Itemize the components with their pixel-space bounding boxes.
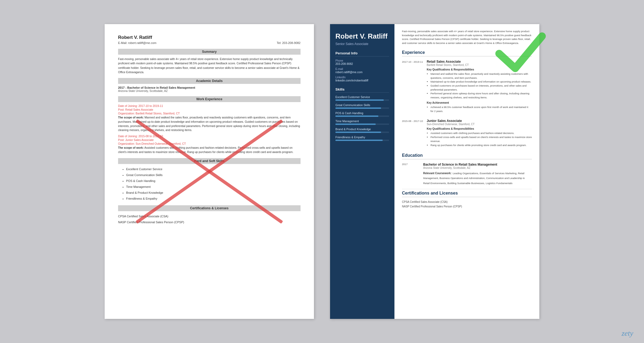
left-tel: Tel: 203-208-9082 bbox=[277, 41, 301, 44]
skill-bar-item: Great Communication Skills bbox=[335, 103, 389, 109]
right-jobs-container: 2017-10 - 2019-11 Retail Sales Associate… bbox=[402, 60, 532, 149]
skill-bar-bg bbox=[335, 132, 389, 133]
list-item: Friendliness & Empathy bbox=[126, 196, 301, 202]
left-skills-list: Excellent Customer Service Great Communi… bbox=[118, 166, 301, 202]
right-exp-bullets: Manned and walked the sales floor, proac… bbox=[427, 72, 532, 100]
right-sidebar: Robert V. Ratliff Senior Sales Associate… bbox=[330, 24, 394, 319]
right-skills-heading: Skills bbox=[335, 87, 389, 93]
list-item: Assisted customers with clothing purchas… bbox=[430, 131, 532, 135]
right-experience-heading: Experience bbox=[402, 50, 532, 57]
left-name: Robert V. Ratliff bbox=[118, 35, 301, 40]
right-exp-dates: 2017-10 - 2019-11 bbox=[402, 60, 423, 115]
list-item: Achieved a 98.5% customer feedback score… bbox=[430, 105, 532, 113]
right-exp-dates: 2015-08 - 2017-10 bbox=[402, 119, 423, 149]
right-phone-label: Phone bbox=[335, 59, 389, 62]
skill-bar-item: Friendliness & Empathy bbox=[335, 136, 389, 141]
skill-bar-bg bbox=[335, 99, 389, 101]
right-personal-info-heading: Personal Info bbox=[335, 51, 389, 57]
left-job1-org: Organization: Bartlett Retail Stores, St… bbox=[118, 112, 301, 115]
left-summary-heading: Summary bbox=[118, 49, 301, 55]
right-exp-company: Bartlett Retail Stores, Stamford, CT bbox=[427, 64, 532, 66]
right-exp-kq-heading: Key Qualifications & Responsibilities bbox=[427, 127, 532, 130]
right-name: Robert V. Ratliff bbox=[335, 32, 389, 40]
right-exp-achievement-bullets: Achieved a 98.5% customer feedback score… bbox=[427, 105, 532, 113]
left-edu-degree: 2017 - Bachelor of Science in Retail Sal… bbox=[118, 86, 301, 89]
skill-bar-item: Brand & Product Knowledge bbox=[335, 128, 389, 133]
right-exp-title: Retail Sales Associate bbox=[427, 60, 532, 64]
list-item: Rang up purchases for clients while prom… bbox=[430, 143, 532, 147]
left-certs: CPSA Certified Sales Associate (CSA) NAS… bbox=[118, 213, 301, 225]
list-item: POS & Cash Handling bbox=[126, 178, 301, 184]
skill-bar-bg bbox=[335, 124, 389, 125]
skill-bar-bg bbox=[335, 115, 389, 117]
right-skills-bars: Excellent Customer Service Great Communi… bbox=[335, 95, 389, 141]
left-cert1: CPSA Certified Sales Associate (CSA) bbox=[118, 213, 301, 219]
right-linkedin-label: LinkedIn bbox=[335, 76, 389, 79]
skill-bar-fill bbox=[335, 115, 378, 117]
right-certs-heading: Certifications and Licenses bbox=[402, 191, 532, 197]
right-exp-company: Sun-Drenched Outerwear, Stamford, CT bbox=[427, 123, 532, 126]
zety-watermark: zety bbox=[621, 329, 633, 338]
right-edu-year: 2017 bbox=[402, 163, 419, 185]
right-resume: Robert V. Ratliff Senior Sales Associate… bbox=[330, 24, 539, 319]
left-job1-date: Date of Joining: 2017-10 to 2019-11 bbox=[118, 104, 301, 107]
right-email-label: E-mail bbox=[335, 68, 389, 70]
list-item: Performed general store upkeep during st… bbox=[430, 92, 532, 99]
right-exp-content: Junior Sales Associate Sun-Drenched Oute… bbox=[427, 119, 532, 149]
left-job2-scope-text: Assisted customers with clothing purchas… bbox=[118, 146, 293, 154]
list-item: Excellent Customer Service bbox=[126, 166, 301, 172]
left-job2-scope: The scope of work: Assisted customers wi… bbox=[118, 146, 301, 154]
page-container: Robert V. Ratliff E-Mail: robert.ratliff… bbox=[0, 0, 644, 343]
right-edu-coursework-label: Relevant Coursework: bbox=[423, 172, 452, 175]
skill-bar-fill bbox=[335, 140, 383, 141]
left-job2-date: Date of Joining: 2015-08 to 2017-10 bbox=[118, 135, 301, 138]
list-item: Maintained up-to-date product knowledge … bbox=[430, 80, 532, 84]
skill-bar-item: Excellent Customer Service bbox=[335, 95, 389, 101]
skill-name: POS & Cash Handling bbox=[335, 111, 389, 115]
skill-name: Time Management bbox=[335, 120, 389, 123]
left-job2-org: Organization: Sun-Drenched Outerwear, St… bbox=[118, 142, 301, 145]
right-exp-achievement-label: Key Achievement bbox=[427, 101, 532, 104]
right-top: Robert V. Ratliff Senior Sales Associate… bbox=[330, 24, 539, 319]
skill-bar-bg bbox=[335, 107, 389, 109]
list-item: Guided customers on purchases based on i… bbox=[430, 84, 532, 92]
right-summary-text: Fast-moving, personable sales associate … bbox=[402, 29, 532, 45]
right-personal-info-section: Personal Info Phone 203-208-9082 E-mail … bbox=[335, 51, 389, 82]
skill-bar-bg bbox=[335, 140, 389, 141]
right-title: Senior Sales Associate bbox=[335, 42, 389, 46]
right-phone-value: 203-208-9082 bbox=[335, 62, 389, 65]
right-cert1: CPSA Certified Sales Associate (CSA) bbox=[402, 200, 532, 203]
left-email: E-Mail: robert.ratliff@me.com bbox=[118, 41, 156, 44]
left-job2-post: Post: Junior Sales Associate bbox=[118, 138, 301, 141]
right-exp-title: Junior Sales Associate bbox=[427, 119, 532, 123]
left-edu-school: Arizona State University, Scottsdale, AZ bbox=[118, 89, 301, 92]
skill-bar-fill bbox=[335, 124, 376, 125]
list-item: Time Management bbox=[126, 184, 301, 190]
skill-name: Friendliness & Empathy bbox=[335, 136, 389, 139]
right-exp-kq-heading: Key Qualifications & Responsibilities bbox=[427, 68, 532, 71]
skill-bar-fill bbox=[335, 107, 381, 109]
left-job2: Date of Joining: 2015-08 to 2017-10 Post… bbox=[118, 135, 301, 154]
left-academic-heading: Academic Details bbox=[118, 78, 301, 84]
left-job1: Date of Joining: 2017-10 to 2019-11 Post… bbox=[118, 104, 301, 132]
list-item: Manned and walked the sales floor, proac… bbox=[430, 72, 532, 80]
skill-bar-fill bbox=[335, 99, 384, 101]
left-resume: Robert V. Ratliff E-Mail: robert.ratliff… bbox=[105, 24, 314, 319]
list-item: Great Communication Skills bbox=[126, 172, 301, 178]
list-item: Brand & Product Knowledge bbox=[126, 190, 301, 196]
right-email-value: robert.ratliff@me.com bbox=[335, 70, 389, 74]
left-contact: E-Mail: robert.ratliff@me.com Tel: 203-2… bbox=[118, 41, 301, 44]
right-edu-content: Bachelor of Science in Retail Sales Mana… bbox=[423, 163, 532, 185]
skill-name: Excellent Customer Service bbox=[335, 95, 389, 99]
list-item: Performed cross-sells and upsells based … bbox=[430, 135, 532, 143]
left-summary-text: Fast-moving, personable sales associate … bbox=[118, 57, 301, 74]
right-edu-school: Arizona State University, Scottsdale, AZ bbox=[423, 166, 532, 169]
right-skills-section: Skills Excellent Customer Service Great … bbox=[335, 87, 389, 141]
left-job1-post: Post: Retail Sales Associate bbox=[118, 108, 301, 111]
skill-bar-item: POS & Cash Handling bbox=[335, 111, 389, 117]
right-education-heading: Education bbox=[402, 153, 532, 159]
left-job1-scope-text: Manned and walked the sales floor, proac… bbox=[118, 116, 300, 132]
skill-bar-item: Time Management bbox=[335, 120, 389, 125]
divider bbox=[402, 189, 532, 189]
right-edu-degree: Bachelor of Science in Retail Sales Mana… bbox=[423, 163, 532, 166]
